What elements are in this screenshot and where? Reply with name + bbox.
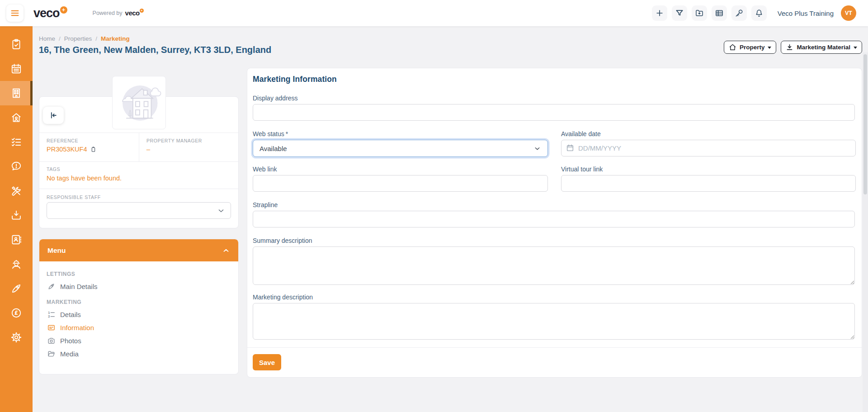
user-name[interactable]: Veco Plus Training xyxy=(778,9,834,17)
sidebar-item-calendar[interactable] xyxy=(0,57,33,81)
property-photo-placeholder xyxy=(112,76,166,129)
menu-item-details[interactable]: 12 Details xyxy=(47,308,231,321)
sidebar-item-checklist[interactable] xyxy=(0,130,33,154)
top-bar: veco + Powered by veco + xyxy=(0,0,868,26)
hamburger-menu-button[interactable] xyxy=(6,5,24,22)
sidebar-item-maintenance[interactable] xyxy=(0,179,33,203)
property-manager-block: PROPERTY MANAGER – xyxy=(139,133,238,161)
sidebar-item-landlords[interactable] xyxy=(0,105,33,130)
info-card-icon xyxy=(47,324,55,331)
divider xyxy=(247,347,862,348)
copy-reference-button[interactable] xyxy=(90,146,97,153)
responsible-staff-select[interactable] xyxy=(47,202,231,219)
web-link-field: Web link xyxy=(253,166,548,192)
menu-header[interactable]: Menu xyxy=(39,239,238,261)
powered-by-label: Powered by xyxy=(93,9,123,17)
sidebar-item-contacts[interactable] xyxy=(0,227,33,252)
menu-item-information[interactable]: Information xyxy=(47,321,231,334)
web-link-label: Web link xyxy=(253,166,548,173)
add-button[interactable] xyxy=(652,5,667,21)
available-date-input[interactable] xyxy=(561,140,856,156)
calendar-icon xyxy=(566,144,574,152)
sidebar-item-tasks[interactable] xyxy=(0,32,33,57)
sidebar-item-properties[interactable] xyxy=(0,81,33,105)
marketing-material-dropdown-button[interactable]: Marketing Material xyxy=(781,41,862,54)
sidebar-item-contractors[interactable] xyxy=(0,252,33,276)
virtual-tour-link-field: Virtual tour link xyxy=(561,166,856,192)
menu-item-main-details[interactable]: Main Details xyxy=(47,280,231,293)
available-date-field: Available date xyxy=(561,130,856,157)
scrollbar-track[interactable] xyxy=(863,52,868,412)
breadcrumb-marketing: Marketing xyxy=(101,35,130,42)
contact-book-icon xyxy=(10,234,22,246)
folder-download-button[interactable] xyxy=(692,5,707,21)
menu-section-lettings: LETTINGS xyxy=(47,271,231,277)
collapse-panel-button[interactable] xyxy=(43,107,64,124)
sidebar-item-downloads[interactable] xyxy=(0,203,33,227)
content-area: Home / Properties / Marketing 16, The Gr… xyxy=(33,26,868,412)
powered-by: Powered by veco + xyxy=(93,9,144,17)
veco-logo[interactable]: veco + xyxy=(33,7,67,19)
notifications-button[interactable] xyxy=(751,5,767,21)
web-link-input[interactable] xyxy=(253,175,548,192)
form-title: Marketing Information xyxy=(253,75,855,84)
plus-icon xyxy=(655,9,664,18)
menu-section-marketing: MARKETING xyxy=(47,299,231,305)
page-title: 16, The Green, New Malden, Surrey, KT3 3… xyxy=(39,45,271,55)
sidebar-item-settings[interactable] xyxy=(0,325,33,350)
sidebar-item-marketing[interactable] xyxy=(0,276,33,301)
breadcrumb: Home / Properties / Marketing xyxy=(39,35,130,42)
table-icon xyxy=(715,9,724,18)
sidebar: £ xyxy=(0,26,33,412)
available-date-label: Available date xyxy=(561,130,856,137)
rocket-icon xyxy=(47,283,55,290)
chevron-up-icon xyxy=(222,246,230,255)
avatar[interactable]: VT xyxy=(841,5,856,21)
reference-value: PR3053KUF4 xyxy=(47,146,87,153)
marketing-information-card: Marketing Information Display address We… xyxy=(247,68,862,378)
breadcrumb-properties[interactable]: Properties xyxy=(64,35,92,42)
display-address-input[interactable] xyxy=(253,104,855,121)
filter-button[interactable] xyxy=(672,5,687,21)
summary-description-textarea[interactable] xyxy=(253,246,855,285)
marketing-description-field: Marketing description xyxy=(253,294,855,340)
table-view-button[interactable] xyxy=(712,5,727,21)
tags-empty-text: No tags have been found. xyxy=(47,175,238,182)
menu-body: LETTINGS Main Details MARKETING 12 Detai… xyxy=(39,261,238,360)
save-button[interactable]: Save xyxy=(253,354,281,370)
sidebar-item-enquiries[interactable] xyxy=(0,154,33,179)
property-dropdown-button[interactable]: Property xyxy=(724,41,777,54)
svg-text:£: £ xyxy=(14,310,18,316)
required-marker: * xyxy=(286,130,288,137)
rocket-icon xyxy=(10,283,22,294)
virtual-tour-link-input[interactable] xyxy=(561,175,856,192)
property-reference-row: REFERENCE PR3053KUF4 PROPERTY MANAGER – xyxy=(39,133,238,162)
tags-block: TAGS No tags have been found. xyxy=(39,162,238,189)
sidebar-item-finance[interactable]: £ xyxy=(0,301,33,325)
menu-item-photos[interactable]: Photos xyxy=(47,334,231,347)
numbered-list-icon: 12 xyxy=(47,311,55,318)
folder-download-icon xyxy=(695,9,704,18)
menu-item-label: Information xyxy=(60,324,94,331)
menu-item-media[interactable]: Media xyxy=(47,347,231,360)
web-status-select[interactable]: Available xyxy=(253,140,548,157)
tools-icon xyxy=(10,185,22,197)
collapse-left-icon xyxy=(49,111,58,120)
key-icon xyxy=(735,9,744,18)
download-icon xyxy=(786,43,793,51)
menu-item-label: Photos xyxy=(60,337,81,345)
permissions-button[interactable] xyxy=(731,5,747,21)
marketing-material-button-label: Marketing Material xyxy=(797,44,850,51)
building-icon xyxy=(10,87,22,99)
scrollbar-thumb[interactable] xyxy=(863,54,867,194)
display-address-field: Display address xyxy=(253,95,855,121)
page-actions: Property Marketing Material xyxy=(724,41,862,54)
web-status-label: Web status* xyxy=(253,130,548,137)
breadcrumb-home[interactable]: Home xyxy=(39,35,55,42)
property-button-label: Property xyxy=(740,44,765,51)
marketing-description-textarea[interactable] xyxy=(253,303,855,340)
breadcrumb-separator: / xyxy=(59,35,61,42)
strapline-input[interactable] xyxy=(253,211,855,227)
menu-item-label: Main Details xyxy=(60,283,98,290)
folder-open-icon xyxy=(47,350,55,358)
